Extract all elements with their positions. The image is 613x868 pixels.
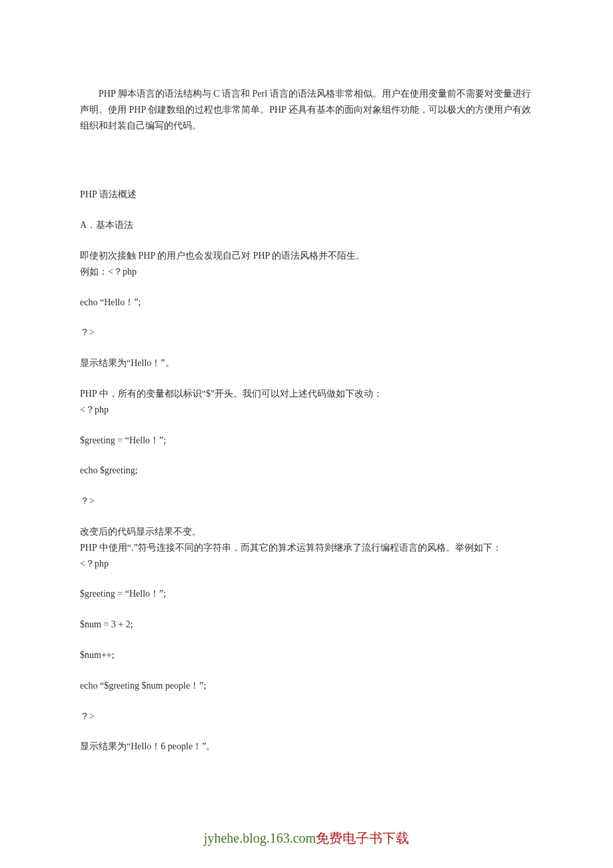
code-line: $greeting = “Hello！”;	[80, 586, 533, 602]
code-line: ？>	[80, 709, 533, 725]
code-line: ？>	[80, 325, 533, 341]
code-line: 例如：<？php	[80, 264, 533, 280]
intro-paragraph: PHP 脚本语言的语法结构与 C 语言和 Perl 语言的语法风格非常相似。用户…	[80, 86, 533, 133]
footer-url: jyhehe.blog.163.com	[204, 831, 316, 845]
code-line: ？>	[80, 493, 533, 509]
code-line: <？php	[80, 402, 533, 418]
body-text: PHP 中，所有的变量都以标识“$”开头。我们可以对上述代码做如下改动：	[80, 386, 533, 402]
body-text: 显示结果为“Hello！6 people！”。	[80, 739, 533, 755]
section-title: PHP 语法概述	[80, 187, 533, 203]
document-page: PHP 脚本语言的语法结构与 C 语言和 Perl 语言的语法风格非常相似。用户…	[0, 0, 613, 796]
code-line: echo $greeting;	[80, 463, 533, 479]
body-text: 改变后的代码显示结果不变。	[80, 524, 533, 540]
footer-tagline: 免费电子书下载	[316, 831, 409, 845]
code-line: $num++;	[80, 647, 533, 663]
body-text: 即使初次接触 PHP 的用户也会发现自己对 PHP 的语法风格并不陌生。	[80, 248, 533, 264]
code-line: echo “$greeting $num people！”;	[80, 678, 533, 694]
code-line: $greeting = “Hello！”;	[80, 433, 533, 449]
page-footer: jyhehe.blog.163.com免费电子书下载	[0, 796, 613, 861]
code-line: <？php	[80, 556, 533, 572]
subsection-heading: A．基本语法	[80, 217, 533, 233]
code-line: echo “Hello！”;	[80, 295, 533, 311]
body-text: PHP 中使用“.”符号连接不同的字符串，而其它的算术运算符则继承了流行编程语言…	[80, 540, 533, 556]
code-line: $num = 3 + 2;	[80, 617, 533, 633]
body-text: 显示结果为“Hello！”。	[80, 355, 533, 371]
